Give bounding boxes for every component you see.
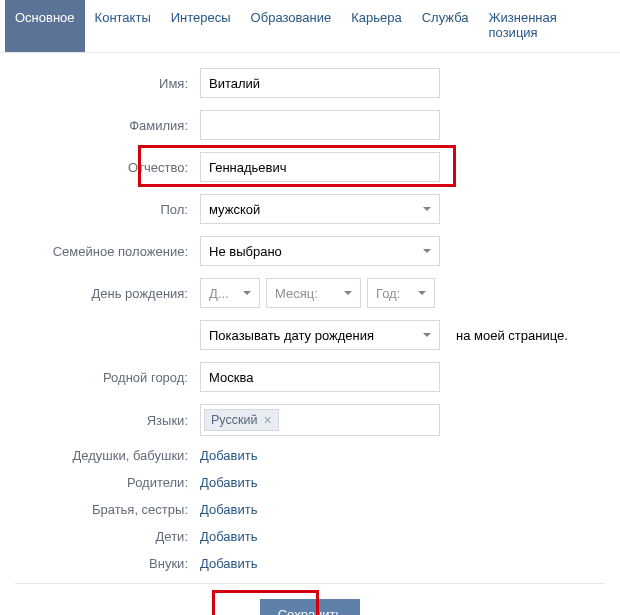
tab-2[interactable]: Интересы: [161, 0, 241, 52]
tabs: ОсновноеКонтактыИнтересыОбразованиеКарье…: [0, 0, 620, 53]
bday-day-value: Д...: [209, 286, 229, 301]
label-parents: Родители:: [15, 475, 200, 490]
label-languages: Языки:: [15, 413, 200, 428]
tab-4[interactable]: Карьера: [341, 0, 412, 52]
chevron-down-icon: [344, 291, 352, 295]
marital-select[interactable]: Не выбрано: [200, 236, 440, 266]
bday-year-select[interactable]: Год:: [367, 278, 435, 308]
languages-tagbox[interactable]: Русский ×: [200, 404, 440, 436]
label-surname: Фамилия:: [15, 118, 200, 133]
patronymic-input[interactable]: [200, 152, 440, 182]
label-gender: Пол:: [15, 202, 200, 217]
tab-3[interactable]: Образование: [241, 0, 342, 52]
add-children-link[interactable]: Добавить: [200, 529, 257, 544]
name-input[interactable]: [200, 68, 440, 98]
chevron-down-icon: [418, 291, 426, 295]
add-parents-link[interactable]: Добавить: [200, 475, 257, 490]
language-tag-label: Русский: [211, 413, 257, 427]
hometown-input[interactable]: [200, 362, 440, 392]
label-grandparents: Дедушки, бабушки:: [15, 448, 200, 463]
language-tag[interactable]: Русский ×: [204, 409, 279, 431]
gender-select[interactable]: мужской: [200, 194, 440, 224]
tab-0[interactable]: Основное: [5, 0, 85, 52]
label-birthday: День рождения:: [15, 286, 200, 301]
label-hometown: Родной город:: [15, 370, 200, 385]
bday-month-value: Месяц:: [275, 286, 318, 301]
chevron-down-icon: [423, 207, 431, 211]
label-patronymic: Отчество:: [15, 160, 200, 175]
add-grandparents-link[interactable]: Добавить: [200, 448, 257, 463]
profile-form: Имя: Фамилия: Отчество: Пол: мужской Сем…: [0, 53, 620, 615]
marital-value: Не выбрано: [209, 244, 282, 259]
label-siblings: Братья, сестры:: [15, 502, 200, 517]
label-name: Имя:: [15, 76, 200, 91]
chevron-down-icon: [423, 249, 431, 253]
tab-1[interactable]: Контакты: [85, 0, 161, 52]
label-children: Дети:: [15, 529, 200, 544]
show-bday-select[interactable]: Показывать дату рождения: [200, 320, 440, 350]
label-marital: Семейное положение:: [15, 244, 200, 259]
save-button[interactable]: Сохранить: [260, 599, 361, 615]
tab-6[interactable]: Жизненная позиция: [479, 0, 615, 52]
bday-day-select[interactable]: Д...: [200, 278, 260, 308]
label-grandchildren: Внуки:: [15, 556, 200, 571]
show-bday-after: на моей странице.: [456, 328, 568, 343]
chevron-down-icon: [243, 291, 251, 295]
add-grandchildren-link[interactable]: Добавить: [200, 556, 257, 571]
show-bday-value: Показывать дату рождения: [209, 328, 374, 343]
bday-month-select[interactable]: Месяц:: [266, 278, 361, 308]
add-siblings-link[interactable]: Добавить: [200, 502, 257, 517]
tab-5[interactable]: Служба: [412, 0, 479, 52]
gender-value: мужской: [209, 202, 260, 217]
close-icon[interactable]: ×: [263, 413, 271, 427]
bday-year-value: Год:: [376, 286, 400, 301]
chevron-down-icon: [423, 333, 431, 337]
surname-input[interactable]: [200, 110, 440, 140]
